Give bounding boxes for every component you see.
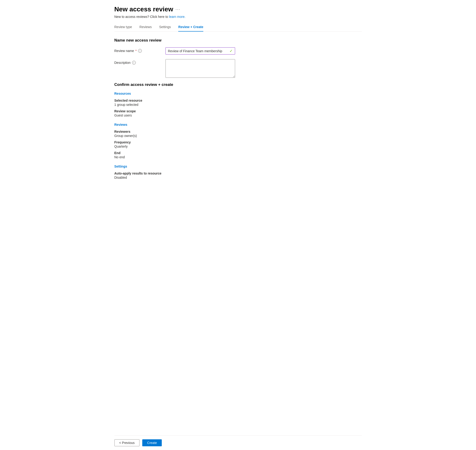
description-input[interactable] (166, 59, 235, 78)
frequency-label: Frequency (114, 140, 362, 144)
reviews-section-title: Reviews (114, 123, 362, 126)
selected-resource-field: Selected resource 1 group selected (114, 99, 362, 107)
review-name-row: Review name * i ✓ (114, 47, 362, 54)
reviewers-label: Reviewers (114, 130, 362, 133)
review-name-info-icon[interactable]: i (138, 49, 142, 53)
page-title: New access review (114, 6, 173, 13)
reviews-section: Reviews Reviewers Group owner(s) Frequen… (114, 123, 362, 159)
review-scope-label: Review scope (114, 109, 362, 113)
review-scope-field: Review scope Guest users (114, 109, 362, 117)
tab-review-create[interactable]: Review + Create (178, 23, 203, 32)
frequency-value: Quarterly (114, 145, 362, 148)
review-name-wrapper: ✓ (166, 47, 235, 54)
learn-more-link[interactable]: learn more. (169, 15, 185, 18)
description-label: Description i (114, 59, 166, 65)
auto-apply-field: Auto-apply results to resource Disabled (114, 172, 362, 179)
review-name-label: Review name * i (114, 47, 166, 53)
description-info-icon[interactable]: i (132, 61, 136, 65)
resources-section-title: Resources (114, 92, 362, 95)
create-button[interactable]: Create (142, 439, 162, 446)
review-name-input[interactable] (168, 49, 228, 53)
reviewers-field: Reviewers Group owner(s) (114, 130, 362, 138)
end-field: End No end (114, 151, 362, 159)
auto-apply-value: Disabled (114, 176, 362, 179)
name-section-heading: Name new access review (114, 38, 362, 43)
tabs-nav: Review type Reviews Settings Review + Cr… (114, 23, 362, 32)
review-scope-value: Guest users (114, 113, 362, 117)
settings-section-title: Settings (114, 165, 362, 168)
footer-bar: < Previous Create (114, 435, 362, 450)
tab-reviews[interactable]: Reviews (139, 23, 152, 32)
tab-settings[interactable]: Settings (159, 23, 171, 32)
confirm-section: Confirm access review + create Resources… (114, 82, 362, 179)
reviewers-value: Group owner(s) (114, 134, 362, 138)
end-label: End (114, 151, 362, 155)
selected-resource-value: 1 group selected (114, 103, 362, 107)
check-icon: ✓ (230, 49, 232, 53)
resources-section: Resources Selected resource 1 group sele… (114, 92, 362, 117)
auto-apply-label: Auto-apply results to resource (114, 172, 362, 175)
learn-more-text: New to access reviews? Click here to lea… (114, 15, 362, 18)
frequency-field: Frequency Quarterly (114, 140, 362, 148)
required-star: * (135, 49, 137, 53)
description-row: Description i (114, 59, 362, 78)
end-value: No end (114, 155, 362, 159)
confirm-heading: Confirm access review + create (114, 82, 362, 87)
more-options-icon[interactable]: ··· (175, 7, 180, 12)
settings-section: Settings Auto-apply results to resource … (114, 165, 362, 179)
selected-resource-label: Selected resource (114, 99, 362, 102)
tab-review-type[interactable]: Review type (114, 23, 132, 32)
previous-button[interactable]: < Previous (114, 439, 140, 446)
